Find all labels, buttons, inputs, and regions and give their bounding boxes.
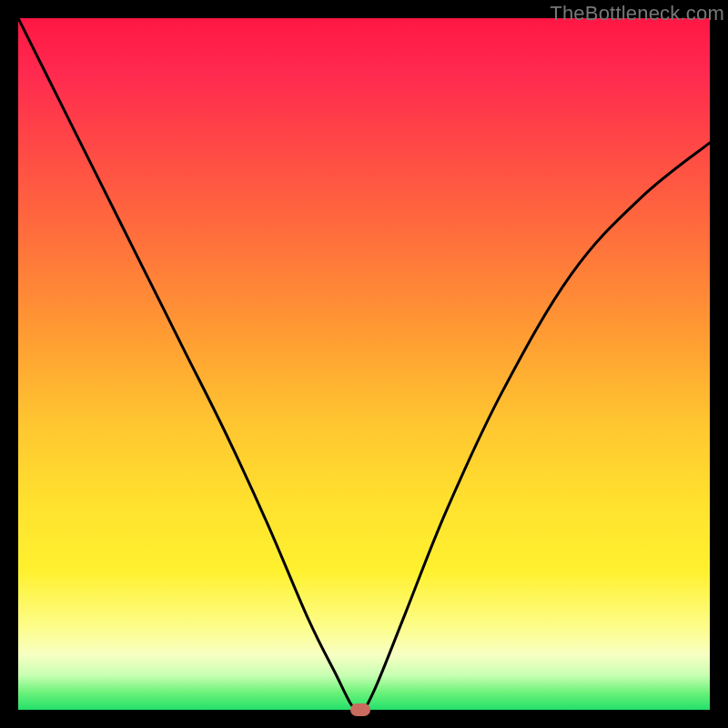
- minimum-marker: [350, 703, 370, 716]
- watermark-text: TheBottleneck.com: [550, 2, 724, 25]
- chart-frame: TheBottleneck.com: [0, 0, 728, 728]
- bottleneck-curve: [18, 18, 710, 710]
- plot-area: [18, 18, 710, 710]
